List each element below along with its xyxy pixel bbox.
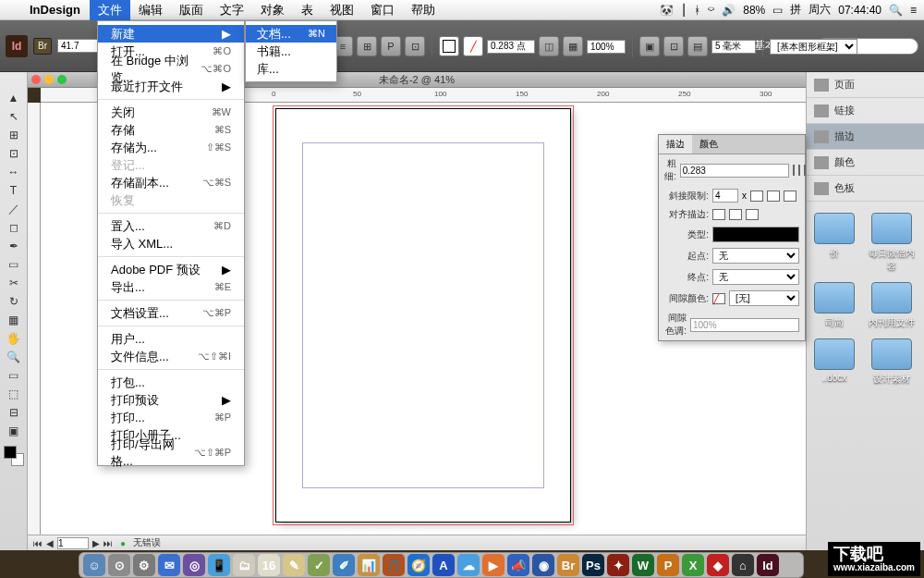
join-round-icon[interactable] [767, 191, 780, 202]
panel-links[interactable]: 链接 [807, 98, 924, 124]
join-miter-icon[interactable] [750, 191, 763, 202]
submenu-书籍...[interactable]: 书籍... [246, 43, 336, 60]
menu-extra-icon[interactable]: 🐼 [660, 4, 674, 17]
app-name[interactable]: InDesign [20, 3, 90, 17]
fill-stroke-icon[interactable] [439, 36, 459, 56]
tool-7[interactable]: ◻ [2, 218, 26, 237]
panel-stroke[interactable]: 描边 [807, 124, 924, 150]
gaptint-field[interactable] [690, 318, 799, 332]
tool-14[interactable]: 🔍 [2, 348, 26, 366]
minimize-window-icon[interactable] [44, 75, 54, 84]
menu-表[interactable]: 表 [293, 0, 322, 20]
menuitem-文件信息...[interactable]: 文件信息...⌥⇧⌘I [98, 348, 244, 365]
dock-app-icon[interactable]: 📱 [208, 554, 230, 576]
dock-app-icon[interactable]: ◉ [532, 554, 554, 576]
dock-app-icon[interactable]: ✓ [308, 554, 330, 576]
menuitem-打印预设[interactable]: 打印预设▶ [98, 391, 244, 409]
dock-app-icon[interactable]: A [432, 554, 455, 576]
gapcolor-combo[interactable]: [无] [729, 290, 799, 306]
dock-app-icon[interactable]: ✦ [607, 554, 629, 576]
menu-文字[interactable]: 文字 [212, 0, 252, 20]
spotlight-icon[interactable]: 🔍 [889, 4, 903, 17]
panel-color[interactable]: 颜色 [807, 150, 924, 176]
desktop-folder[interactable]: 司简 [809, 282, 859, 329]
align-center-icon[interactable] [712, 209, 725, 220]
menu-窗口[interactable]: 窗口 [362, 0, 403, 20]
ime-indicator[interactable]: 拼 [790, 2, 801, 18]
join-bevel-icon[interactable] [784, 191, 796, 202]
menuitem-打印/导出网格...[interactable]: 打印/导出网格...⌥⇧⌘P [98, 444, 244, 461]
fill-stroke-swatch[interactable] [4, 446, 24, 466]
menuitem-打包...[interactable]: 打包... [98, 374, 244, 391]
dock-app-icon[interactable]: 📊 [358, 554, 380, 576]
panel-pages[interactable]: 页面 [807, 72, 924, 98]
object-style-combo[interactable]: [基本图形框架] [770, 39, 857, 55]
menuitem-置入...[interactable]: 置入...⌘D [98, 217, 244, 235]
opt-icon[interactable]: ⊞ [357, 36, 377, 56]
tool-3[interactable]: ⊡ [2, 144, 26, 163]
menuitem-存储为...[interactable]: 存储为...⇧⌘S [98, 139, 244, 156]
align-inside-icon[interactable] [729, 209, 742, 220]
menuitem-用户...[interactable]: 用户... [98, 330, 244, 348]
stroke-weight-field[interactable] [487, 40, 535, 54]
opt-icon[interactable]: ⊡ [405, 36, 425, 56]
page[interactable] [275, 108, 571, 523]
cap-square-icon[interactable] [804, 165, 806, 176]
view-percent-field[interactable] [587, 40, 626, 54]
tool-9[interactable]: ▭ [2, 255, 26, 274]
dock-app-icon[interactable]: ✎ [283, 554, 305, 576]
dock-app-icon[interactable]: 🧭 [407, 554, 430, 576]
submenu-库...[interactable]: 库... [246, 60, 336, 78]
bridge-icon[interactable]: Br [33, 38, 52, 55]
dock-app-icon[interactable]: X [682, 554, 704, 576]
tool-4[interactable]: ↔ [2, 163, 26, 181]
menuitem-打印...[interactable]: 打印...⌘P [98, 409, 244, 426]
tool-17[interactable]: ⊟ [2, 403, 26, 422]
notification-center-icon[interactable]: ≡ [910, 4, 917, 17]
weight-field[interactable] [680, 164, 789, 178]
menu-对象[interactable]: 对象 [252, 0, 293, 20]
menu-编辑[interactable]: 编辑 [130, 0, 171, 20]
tool-2[interactable]: ⊞ [2, 126, 26, 144]
last-page-icon[interactable]: ⏭ [103, 538, 113, 548]
menu-视图[interactable]: 视图 [322, 0, 362, 20]
panel-swatches[interactable]: 色板 [807, 176, 924, 202]
start-combo[interactable]: 无 [712, 248, 799, 264]
desktop-folder[interactable]: 内刊用文件 [867, 282, 917, 329]
align-outside-icon[interactable] [746, 209, 759, 220]
no-fill-icon[interactable]: ╱ [463, 36, 483, 56]
dock-app-icon[interactable]: 📣 [507, 554, 529, 576]
none-swatch-icon[interactable]: ╱ [712, 293, 725, 304]
dock-app-icon[interactable]: 16 [258, 554, 280, 576]
tool-8[interactable]: ✒ [2, 237, 26, 255]
clock-time[interactable]: 07:44:40 [838, 4, 881, 17]
menuitem-新建[interactable]: 新建▶ [98, 25, 244, 43]
cap-butt-icon[interactable] [793, 165, 795, 176]
zoom-window-icon[interactable] [57, 75, 67, 84]
dock-app-icon[interactable]: Br [557, 554, 579, 576]
menuitem-最近打开文件[interactable]: 最近打开文件▶ [98, 78, 244, 95]
tool-12[interactable]: ▦ [2, 311, 26, 329]
first-page-icon[interactable]: ⏮ [33, 538, 43, 548]
desktop-folder[interactable]: 价 [809, 213, 859, 273]
bleed-field[interactable] [711, 40, 756, 54]
submenu-文档...[interactable]: 文档...⌘N [246, 25, 336, 43]
tool-5[interactable]: T [2, 181, 26, 200]
tool-1[interactable]: ↖ [2, 107, 26, 126]
desktop-folder[interactable]: ..docx [809, 338, 859, 386]
volume-icon[interactable]: 🔊 [722, 4, 736, 17]
dock-app-icon[interactable]: Id [757, 554, 779, 576]
menu-版面[interactable]: 版面 [171, 0, 212, 20]
end-combo[interactable]: 无 [712, 269, 799, 285]
battery-icon[interactable]: ▭ [772, 4, 783, 17]
menuitem-导入 XML...[interactable]: 导入 XML... [98, 235, 244, 252]
clock-day[interactable]: 周六 [808, 2, 831, 18]
close-window-icon[interactable] [31, 75, 41, 84]
dock-app-icon[interactable]: ⌂ [732, 554, 754, 576]
stroke-type-combo[interactable] [712, 227, 799, 242]
tool-15[interactable]: ▭ [2, 366, 26, 385]
dock-app-icon[interactable]: Ps [582, 554, 604, 576]
opt-icon[interactable]: ▦ [563, 36, 583, 56]
dock-app-icon[interactable]: ☺ [83, 554, 105, 576]
next-page-icon[interactable]: ▶ [92, 538, 100, 548]
